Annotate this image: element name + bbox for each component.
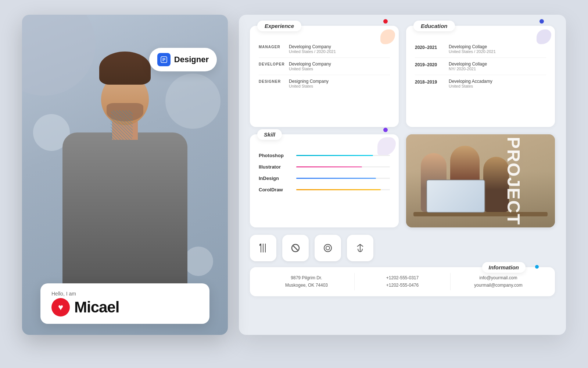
info-address: 9879 Pilgrim Dr. Muskogee, OK 74403	[259, 273, 355, 290]
address-line2: Muskogee, OK 74403	[265, 282, 348, 289]
heart-icon: ♥	[51, 298, 70, 316]
edu-row-2: 2019–2020 Developing Collage NY/ 2020-20…	[415, 58, 546, 75]
information-badge: Information	[482, 262, 526, 273]
bottom-row: Information 9879 Pilgrim Dr. Muskogee, O…	[250, 235, 555, 324]
info-email: info@yourmail.com yourmail@company.com	[451, 273, 546, 290]
education-badge: Education	[413, 21, 455, 31]
skill-name-photoshop: Photoshop	[259, 153, 292, 158]
icon-box-2[interactable]	[282, 235, 309, 261]
email1: info@yourmail.com	[456, 275, 540, 282]
edu-year-1: 2020–2021	[415, 44, 444, 54]
edu-year-3: 2018–2019	[415, 79, 444, 88]
icon-box-3[interactable]	[315, 235, 341, 261]
skill-photoshop: Photoshop	[259, 153, 390, 158]
edu-row-3: 2018–2019 Developing Accadamy United Sta…	[415, 75, 546, 92]
skill-indesign: InDesign	[259, 176, 390, 181]
skill-name-indesign: InDesign	[259, 176, 292, 181]
exp-details-3: Designing Company United States	[289, 79, 390, 88]
address-line1: 9879 Pilgrim Dr.	[265, 275, 348, 282]
person-figure	[44, 48, 206, 298]
experience-card: Experience MANAGER Developing Company Un…	[250, 26, 399, 127]
exp-details-2: Developing Company United States	[289, 61, 390, 71]
experience-blob	[380, 29, 395, 44]
name-row: ♥ Micael	[51, 298, 198, 316]
project-card: PROJECT	[406, 134, 555, 227]
hello-text: Hello, I am	[51, 291, 198, 297]
skill-bar-indesign-container	[296, 178, 390, 179]
right-card: Experience MANAGER Developing Company Un…	[239, 15, 566, 335]
exp-details-1: Developing Company United States / 2020-…	[289, 44, 390, 54]
information-dot	[535, 265, 539, 269]
education-table: 2020–2021 Developing Collage United Stat…	[415, 40, 546, 92]
info-phone: +1202-555-0317 +1202-555-0476	[355, 273, 451, 290]
edu-details-2: Developing Collage NY/ 2020-2021	[449, 61, 546, 71]
skill-bar-coroldraw	[296, 189, 381, 190]
left-card: Designer Hello, I am ♥ Micael	[22, 15, 228, 335]
icons-row	[250, 235, 555, 261]
svg-line-8	[293, 246, 298, 250]
skills-blob	[377, 137, 396, 156]
skills-dot	[383, 128, 388, 132]
exp-row-3: DESIGNER Designing Company United States	[259, 75, 390, 92]
skill-bar-coroldraw-container	[296, 189, 390, 190]
education-blob	[537, 29, 551, 44]
skill-bar-photoshop-container	[296, 155, 390, 156]
svg-point-10	[326, 246, 330, 250]
resume-container: Designer Hello, I am ♥ Micael Experience	[0, 0, 588, 368]
skill-name-coroldraw: CorolDraw	[259, 187, 292, 192]
project-photo	[406, 134, 555, 227]
middle-row: Skill Photoshop Illustrator	[250, 134, 555, 227]
skill-bar-illustrator	[296, 166, 362, 167]
email2: yourmail@company.com	[456, 282, 540, 289]
designer-icon	[157, 53, 171, 66]
experience-badge: Experience	[257, 21, 301, 31]
person-tattoo	[111, 110, 133, 140]
information-card: Information 9879 Pilgrim Dr. Muskogee, O…	[250, 267, 555, 296]
edu-row-1: 2020–2021 Developing Collage United Stat…	[415, 40, 546, 58]
top-row: Experience MANAGER Developing Company Un…	[250, 26, 555, 127]
person-name: Micael	[74, 298, 119, 316]
exp-row-1: MANAGER Developing Company United States…	[259, 40, 390, 58]
svg-point-9	[324, 244, 331, 252]
photo-background: Designer Hello, I am ♥ Micael	[22, 15, 228, 335]
icon-box-1[interactable]	[250, 235, 276, 261]
skills-badge: Skill	[257, 129, 282, 140]
edu-details-3: Developing Accadamy United States	[449, 79, 546, 88]
name-card: Hello, I am ♥ Micael	[40, 283, 209, 324]
skill-bar-indesign	[296, 178, 376, 179]
exp-row-2: DEVELOPER Developing Company United Stat…	[259, 58, 390, 75]
exp-role-1: MANAGER	[259, 44, 284, 54]
edu-details-1: Developing Collage United States / 2020-…	[449, 44, 546, 54]
skill-bar-illustrator-container	[296, 166, 390, 167]
person-hair	[99, 52, 151, 85]
education-card: Education 2020–2021 Developing Collage U…	[406, 26, 555, 127]
skill-bar-photoshop	[296, 155, 373, 156]
designer-badge: Designer	[149, 48, 217, 71]
exp-role-2: DEVELOPER	[259, 61, 284, 71]
skills-card: Skill Photoshop Illustrator	[250, 134, 399, 227]
skill-coroldraw: CorolDraw	[259, 187, 390, 192]
experience-dot	[383, 19, 388, 24]
edu-year-2: 2019–2020	[415, 61, 444, 71]
person-body	[62, 132, 187, 298]
project-label: PROJECT	[503, 137, 524, 225]
phone1: +1202-555-0317	[361, 275, 444, 282]
phone2: +1202-555-0476	[361, 282, 444, 289]
skill-illustrator: Illustrator	[259, 164, 390, 170]
experience-table: MANAGER Developing Company United States…	[259, 40, 390, 92]
icon-box-4[interactable]	[347, 235, 373, 261]
skill-name-illustrator: Illustrator	[259, 164, 292, 170]
designer-label: Designer	[174, 55, 209, 64]
education-dot	[539, 19, 544, 24]
exp-role-3: DESIGNER	[259, 79, 284, 88]
